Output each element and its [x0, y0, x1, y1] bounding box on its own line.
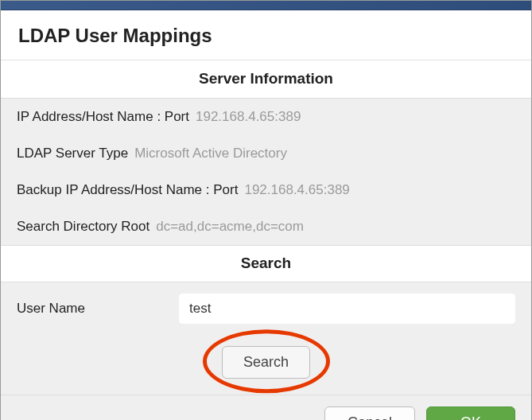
value-server-type: Microsoft Active Directory	[134, 146, 287, 161]
value-backup-ip: 192.168.4.65:389	[244, 182, 349, 198]
server-info-section: IP Address/Host Name : Port 192.168.4.65…	[1, 99, 531, 245]
ok-button[interactable]: OK	[426, 406, 515, 420]
label-ip: IP Address/Host Name : Port	[17, 109, 189, 125]
dialog-footer: Cancel OK	[1, 395, 531, 420]
window-top-strip	[1, 1, 531, 10]
value-search-root: dc=ad,dc=acme,dc=com	[156, 219, 304, 235]
dialog-window: LDAP User Mappings Server Information IP…	[0, 0, 532, 420]
value-ip: 192.168.4.65:389	[196, 109, 301, 125]
username-input[interactable]	[179, 294, 515, 324]
label-username: User Name	[17, 301, 160, 317]
label-backup-ip: Backup IP Address/Host Name : Port	[17, 182, 238, 198]
row-backup-ip: Backup IP Address/Host Name : Port 192.1…	[1, 172, 531, 208]
search-button[interactable]: Search	[222, 346, 310, 379]
label-server-type: LDAP Server Type	[17, 146, 128, 161]
search-section: User Name	[1, 282, 531, 335]
dialog-title: LDAP User Mappings	[1, 10, 531, 60]
search-button-wrap: Search	[1, 335, 531, 395]
cancel-button[interactable]: Cancel	[324, 406, 415, 420]
search-header: Search	[1, 245, 531, 282]
label-search-root: Search Directory Root	[17, 219, 150, 235]
row-ip: IP Address/Host Name : Port 192.168.4.65…	[1, 99, 531, 135]
row-server-type: LDAP Server Type Microsoft Active Direct…	[1, 135, 531, 172]
row-search-root: Search Directory Root dc=ad,dc=acme,dc=c…	[1, 208, 531, 245]
dialog-body: LDAP User Mappings Server Information IP…	[1, 10, 531, 420]
server-info-header: Server Information	[1, 60, 531, 99]
